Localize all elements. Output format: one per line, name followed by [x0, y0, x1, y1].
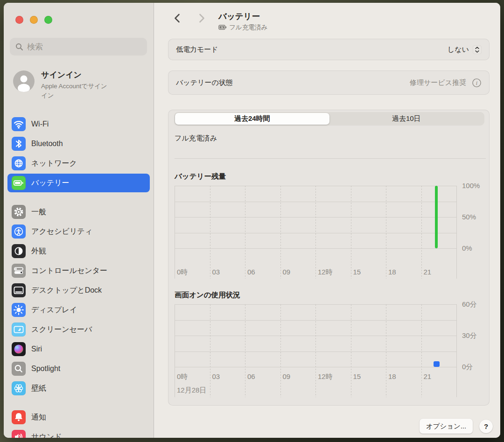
siri-icon: [12, 342, 26, 356]
dock-icon: [12, 283, 26, 297]
chart-border: [175, 304, 175, 397]
speaker-icon: [12, 430, 26, 438]
sidebar-item-siri[interactable]: Siri: [7, 340, 150, 358]
avatar: [13, 70, 35, 92]
x-tick-label: 0時: [177, 372, 188, 381]
sidebar-item-label: バッテリー: [31, 178, 70, 188]
x-tick-label: 09: [283, 268, 291, 276]
battery-health-label: バッテリーの状態: [176, 78, 233, 87]
tab-last-24-hours[interactable]: 過去24時間: [175, 113, 329, 125]
battery-health-value: 修理サービス推奨: [410, 78, 466, 87]
sidebar-item-label: アクセシビリティ: [31, 227, 92, 237]
sidebar-item-accessibility[interactable]: アクセシビリティ: [7, 222, 150, 241]
tick-gridline: [315, 304, 316, 397]
battery-level-chart: 0時03060912時151821100%50%0%: [175, 186, 487, 279]
sidebar-item-screensaver[interactable]: スクリーンセーバ: [7, 320, 150, 339]
info-icon[interactable]: i: [472, 78, 482, 88]
sidebar-item-label: Wi-Fi: [31, 120, 49, 128]
low-power-mode-value: しない: [448, 45, 469, 54]
tick-gridline: [280, 186, 281, 279]
sidebar-item-control-center[interactable]: コントロールセンター: [7, 261, 150, 280]
appearance-icon: [12, 244, 26, 258]
sidebar-item-label: Siri: [31, 345, 42, 353]
tick-gridline: [315, 186, 316, 279]
chart-border: [456, 304, 457, 397]
account-name: サインイン: [41, 69, 107, 80]
x-tick-label: 12時: [318, 268, 333, 277]
x-tick-label: 15: [353, 372, 361, 380]
bell-icon: [12, 410, 26, 424]
x-tick-label: 21: [424, 372, 432, 380]
screen-usage-chart-title: 画面オンの使用状況: [175, 290, 489, 300]
sidebar-item-label: デスクトップとDock: [31, 286, 102, 295]
tick-gridline: [280, 304, 281, 397]
tab-last-10-days[interactable]: 過去10日: [329, 113, 484, 125]
back-button[interactable]: [172, 12, 183, 24]
help-button[interactable]: ?: [479, 420, 493, 433]
battery-pane: バッテリー フル充電済み 低電力モード しない: [154, 3, 500, 438]
y-tick-label: 30分: [462, 331, 477, 340]
y-tick-label: 100%: [462, 182, 480, 189]
sidebar-item-desktop-dock[interactable]: デスクトップとDock: [7, 281, 150, 300]
sidebar-item-wallpaper[interactable]: 壁紙: [7, 379, 150, 398]
tick-gridline: [386, 304, 386, 397]
sidebar-item-label: ネットワーク: [31, 159, 77, 168]
battery-level-chart-title: バッテリー残量: [175, 172, 489, 182]
search-field[interactable]: 検索: [10, 38, 147, 56]
options-button[interactable]: オプション...: [420, 419, 473, 434]
history-range-segmented-control: 過去24時間 過去10日: [174, 112, 484, 126]
account-subtitle-line1: Apple Accountでサイン: [41, 82, 107, 91]
screen-usage-bar: [434, 361, 440, 367]
divider: [175, 158, 486, 159]
sidebar-item-appearance[interactable]: 外観: [7, 242, 150, 260]
sidebar-item-general[interactable]: 一般: [7, 203, 150, 221]
charge-status-text: フル充電済み: [175, 134, 489, 143]
close-window-button[interactable]: [15, 16, 23, 24]
screen-usage-chart: 0時03060912時15182160分30分0分12月28日: [175, 304, 487, 397]
y-tick-label: 0%: [462, 244, 472, 252]
x-tick-label: 03: [212, 372, 220, 380]
sidebar-item-sound[interactable]: サウンド: [7, 428, 150, 438]
low-power-mode-row: 低電力モード しない: [168, 39, 490, 60]
tick-gridline: [351, 304, 351, 397]
sidebar-item-wifi[interactable]: Wi-Fi: [7, 115, 150, 133]
sidebar-item-label: Bluetooth: [31, 140, 63, 148]
y-tick-label: 60分: [462, 300, 477, 309]
x-axis-date-label: 12月28日: [177, 386, 206, 395]
sidebar-item-displays[interactable]: ディスプレイ: [7, 301, 150, 319]
low-power-mode-label: 低電力モード: [176, 45, 218, 54]
accessibility-icon: [12, 225, 26, 239]
chart-border: [456, 186, 457, 279]
wifi-icon: [12, 117, 26, 131]
sidebar-item-spotlight[interactable]: Spotlight: [7, 359, 150, 378]
sidebar-item-account[interactable]: サインイン Apple Accountでサイン イン: [13, 69, 147, 100]
sidebar: 検索 サインイン Apple Accountでサイン イン Wi-FiBluet…: [4, 3, 154, 438]
zoom-window-button[interactable]: [44, 16, 52, 24]
sidebar-item-notifications[interactable]: 通知: [7, 408, 150, 427]
sidebar-item-bluetooth[interactable]: Bluetooth: [7, 134, 150, 153]
x-tick-label: 18: [388, 372, 396, 380]
pane-footer: オプション... ?: [420, 419, 493, 434]
system-settings-window: 検索 サインイン Apple Accountでサイン イン Wi-FiBluet…: [4, 3, 500, 438]
sidebar-item-network[interactable]: ネットワーク: [7, 154, 150, 173]
spotlight-icon: [12, 362, 26, 376]
page-title: バッテリー: [218, 11, 267, 22]
tick-gridline: [210, 304, 210, 397]
battery-charging-icon: [218, 25, 227, 30]
tick-gridline: [386, 186, 386, 279]
tick-gridline: [421, 186, 422, 279]
x-tick-label: 21: [424, 268, 432, 276]
battery-level-bar: [435, 186, 438, 248]
minimize-window-button[interactable]: [30, 16, 38, 24]
low-power-mode-select[interactable]: しない: [448, 45, 482, 54]
x-tick-label: 0時: [177, 268, 188, 277]
forward-button[interactable]: [196, 12, 207, 24]
sidebar-item-battery[interactable]: バッテリー: [7, 174, 150, 192]
x-tick-label: 18: [388, 268, 396, 276]
x-tick-label: 06: [247, 372, 255, 380]
sidebar-item-label: 通知: [31, 413, 46, 422]
sidebar-item-label: 壁紙: [31, 384, 46, 393]
sidebar-item-label: スクリーンセーバ: [31, 325, 92, 335]
x-tick-label: 15: [353, 268, 361, 276]
charge-status-header: フル充電済み: [229, 23, 267, 32]
